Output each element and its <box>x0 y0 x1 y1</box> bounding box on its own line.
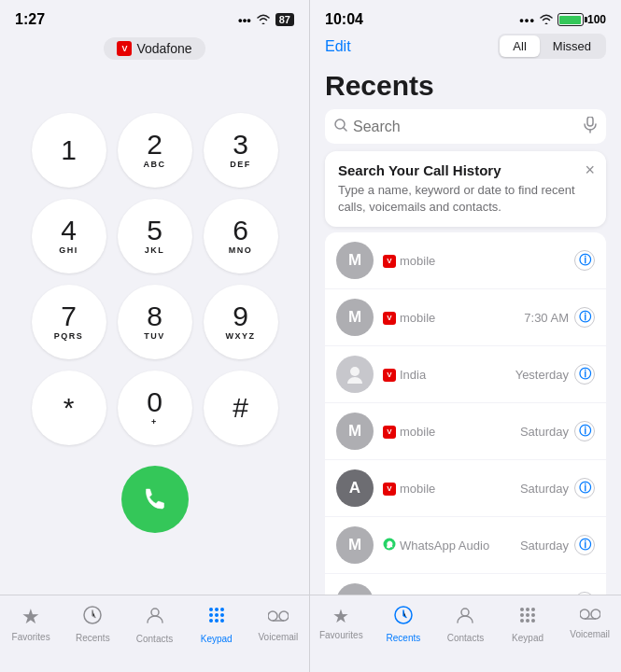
whatsapp-icon <box>383 538 396 553</box>
svg-point-12 <box>279 611 289 621</box>
svg-point-25 <box>520 608 524 611</box>
right-tab-keypad[interactable]: Keypad <box>497 605 559 643</box>
svg-point-26 <box>526 608 529 611</box>
call-row[interactable]: M V mobile Saturday ⓘ <box>325 403 606 460</box>
right-wifi-icon <box>539 13 554 27</box>
right-tab-voicemail[interactable]: Voicemail <box>558 605 621 639</box>
avatar: M <box>336 526 374 564</box>
dial-key-1[interactable]: 1 <box>32 113 106 188</box>
svg-point-7 <box>220 613 224 617</box>
svg-point-29 <box>526 613 529 617</box>
info-button[interactable]: ⓘ <box>574 478 595 498</box>
call-info: V mobile <box>383 481 520 496</box>
svg-point-35 <box>591 609 600 619</box>
svg-point-28 <box>520 613 524 617</box>
segment-control: All Missed <box>498 34 606 59</box>
info-button[interactable]: ⓘ <box>574 307 595 328</box>
battery-icon-left: 87 <box>275 13 294 26</box>
recents-icon <box>82 605 103 630</box>
dial-key-3[interactable]: 3DEF <box>204 113 278 188</box>
call-name: mobile <box>400 311 435 325</box>
right-tab-contacts[interactable]: Contacts <box>434 605 497 643</box>
tooltip-close-button[interactable]: × <box>585 161 595 180</box>
dial-key-7[interactable]: 7PQRS <box>32 285 106 359</box>
call-info: V India <box>383 367 515 382</box>
call-meta: V mobile <box>383 482 520 496</box>
call-row[interactable]: M V mobile 7:30 AM ⓘ <box>325 289 606 346</box>
call-list: M V mobile ⓘ M V mobile 7: <box>310 232 621 595</box>
top-nav: Edit All Missed <box>310 34 621 66</box>
dialpad-area: 12ABC3DEF4GHI5JKL6MNO7PQRS8TUV9WXYZ*0+# <box>32 60 278 595</box>
svg-point-6 <box>215 613 219 617</box>
signal-icon: ••• <box>238 13 251 27</box>
dial-key-9[interactable]: 9WXYZ <box>204 285 278 359</box>
call-row[interactable]: M V mobile Saturday ⓘ <box>325 574 606 595</box>
svg-point-24 <box>461 609 469 616</box>
svg-rect-16 <box>587 117 593 126</box>
recents-title: Recents <box>310 66 621 109</box>
call-button[interactable] <box>121 466 189 533</box>
battery-fill <box>559 16 581 24</box>
dial-key-2[interactable]: 2ABC <box>118 113 192 188</box>
segment-all[interactable]: All <box>500 35 539 57</box>
dial-key-4[interactable]: 4GHI <box>32 199 106 273</box>
call-row[interactable]: M WhatsApp Audio Saturday ⓘ <box>325 517 606 574</box>
tab-voicemail[interactable]: Voicemail <box>247 605 309 642</box>
left-status-bar: 1:27 ••• 87 <box>0 0 309 34</box>
svg-point-33 <box>531 619 535 623</box>
right-tab-recents[interactable]: Recents <box>373 605 435 643</box>
dialpad-grid: 12ABC3DEF4GHI5JKL6MNO7PQRS8TUV9WXYZ*0+# <box>32 113 278 445</box>
tab-contacts[interactable]: Contacts <box>123 605 185 644</box>
dial-key-*[interactable]: * <box>32 371 106 445</box>
call-row[interactable]: M V mobile ⓘ <box>325 232 606 289</box>
dial-key-5[interactable]: 5JKL <box>118 199 192 273</box>
right-status-icons: ••• 100 <box>519 13 606 27</box>
info-button[interactable]: ⓘ <box>574 592 595 595</box>
svg-point-5 <box>209 613 213 617</box>
call-info: V mobile <box>383 253 574 268</box>
carrier-badge: V Vodafone <box>104 37 205 60</box>
right-favorites-icon: ★ <box>332 605 349 627</box>
right-tab-voicemail-label: Voicemail <box>570 629 610 639</box>
info-button[interactable]: ⓘ <box>574 250 595 271</box>
call-row[interactable]: V India Yesterday ⓘ <box>325 346 606 403</box>
right-signal-icon: ••• <box>519 13 535 27</box>
tab-keypad[interactable]: Keypad <box>186 605 247 644</box>
search-input[interactable] <box>353 119 578 135</box>
left-tab-bar: ★ Favorites Recents Contacts <box>0 595 309 672</box>
search-bar[interactable] <box>325 109 606 144</box>
svg-point-30 <box>531 613 535 617</box>
info-button[interactable]: ⓘ <box>574 364 595 385</box>
dial-key-8[interactable]: 8TUV <box>118 285 192 359</box>
tab-recents[interactable]: Recents <box>62 605 123 643</box>
right-tab-favourites[interactable]: ★ Favourites <box>310 605 373 640</box>
right-tab-favourites-label: Favourites <box>319 630 363 640</box>
svg-point-4 <box>220 608 224 611</box>
svg-point-3 <box>215 608 219 611</box>
right-tab-bar: ★ Favourites Recents Contacts <box>310 595 621 672</box>
svg-point-11 <box>268 611 277 621</box>
info-button[interactable]: ⓘ <box>574 535 595 555</box>
info-button[interactable]: ⓘ <box>574 421 595 441</box>
call-info: V mobile <box>383 424 520 439</box>
edit-button[interactable]: Edit <box>325 38 351 55</box>
tab-recents-label: Recents <box>76 633 110 643</box>
call-name: India <box>400 368 426 382</box>
segment-missed[interactable]: Missed <box>540 35 604 57</box>
dial-key-6[interactable]: 6MNO <box>204 199 278 273</box>
tooltip-card: × Search Your Call History Type a name, … <box>325 151 606 227</box>
tooltip-title: Search Your Call History <box>338 162 593 178</box>
call-row[interactable]: A V mobile Saturday ⓘ <box>325 460 606 517</box>
tab-contacts-label: Contacts <box>136 634 173 644</box>
tab-favorites[interactable]: ★ Favorites <box>0 605 62 642</box>
dial-key-0[interactable]: 0+ <box>118 371 192 445</box>
call-name: WhatsApp Audio <box>400 539 489 553</box>
right-keypad-icon <box>517 605 538 630</box>
dial-key-#[interactable]: # <box>204 371 278 445</box>
right-recents-icon <box>393 605 414 630</box>
right-time: 10:04 <box>325 11 363 28</box>
call-meta: V mobile <box>383 254 574 268</box>
call-info: V mobile <box>383 310 524 325</box>
carrier-name: Vodafone <box>136 41 191 56</box>
favorites-icon: ★ <box>21 605 40 629</box>
